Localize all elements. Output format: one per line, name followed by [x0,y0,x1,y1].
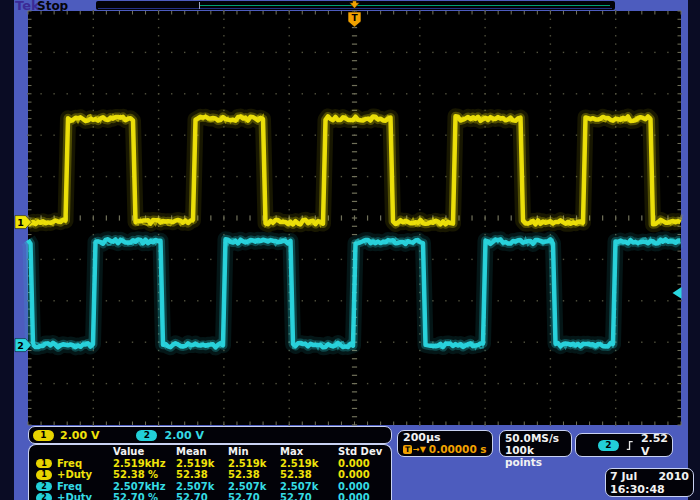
trigger-delay-value: 0.00000 s [429,444,487,455]
rising-edge-icon [626,439,634,452]
col-header-min: Min [228,446,280,458]
measurement-mean: 52.38 [176,469,228,481]
measurement-max: 52.70 [280,492,338,500]
measurement-name: Freq [57,481,113,493]
measurement-min: 52.70 [228,492,280,500]
acquisition-status: Stop [37,0,68,13]
measurement-stddev: 0.000 [338,469,388,481]
year: 2010 [658,470,689,483]
flag-icon: ▼ [420,444,425,455]
measurement-min: 52.38 [228,469,280,481]
measurement-row: 1+Duty52.38 %52.3852.3852.380.000 [29,469,391,481]
record-window-tick [199,2,200,9]
horizontal-settings-box: 200µs T→▼ 0.00000 s [397,430,493,457]
measurement-channel-badge: 2 [36,482,52,492]
measurement-min: 2.519k [228,458,280,470]
measurement-max: 2.519k [280,458,338,470]
measurements-table: Value Mean Min Max Std Dev 1Freq2.519kHz… [28,444,392,500]
record-view-bar [96,1,615,10]
channel-scale-bar: 1 2.00 V 2 2.00 V [28,426,392,444]
trigger-t-icon: T [403,445,412,454]
col-header-mean: Mean [176,446,228,458]
tek-logo: Tek [15,0,40,13]
graticule-area [28,11,681,425]
measurement-channel-badge: 1 [36,470,52,480]
measurement-mean: 2.519k [176,458,228,470]
record-length: 100k points [505,444,571,468]
trigger-readout-box: 2 2.52 V [575,433,673,457]
oscilloscope-screen: Tek Stop 12T 1 2.00 V 2 2.00 V Value Mea… [0,0,700,500]
measurement-max: 2.507k [280,481,338,493]
measurement-rows: 1Freq2.519kHz2.519k2.519k2.519k0.0001+Du… [29,458,391,500]
trigger-level: 2.52 V [641,432,672,458]
measurement-stddev: 0.000 [338,481,388,493]
ch2-scale: 2.00 V [164,429,203,442]
ch1-scale: 2.00 V [60,429,99,442]
measurement-row: 2+Duty52.70 %52.7052.7052.700.000 [29,492,391,500]
measurement-value: 2.519kHz [113,458,176,470]
ch2-badge: 2 [136,430,157,441]
measurement-name: +Duty [57,492,113,500]
col-header-stddev: Std Dev [338,446,388,458]
arrow-icon: → [413,444,419,455]
date: 7 Jul [610,470,637,483]
measurement-name: Freq [57,458,113,470]
measurement-name: +Duty [57,469,113,481]
date-line: 7 Jul 2010 [610,470,689,483]
trigger-source-badge: 2 [598,440,619,451]
measurement-mean: 52.70 [176,492,228,500]
measurement-value: 52.38 % [113,469,176,481]
measurement-value: 2.507kHz [113,481,176,493]
col-header-max: Max [280,446,338,458]
measurement-stddev: 0.000 [338,458,388,470]
measurements-header-row: Value Mean Min Max Std Dev [29,446,391,458]
sample-rate: 50.0MS/s [505,432,571,444]
measurement-channel-badge: 1 [36,459,52,469]
time: 16:30:48 [610,483,689,496]
measurement-min: 2.507k [228,481,280,493]
col-header-value: Value [113,446,176,458]
record-bar-shading [98,8,612,9]
ch1-badge: 1 [33,430,54,441]
measurement-value: 52.70 % [113,492,176,500]
trigger-delay-readout: T→▼ 0.00000 s [403,444,492,455]
measurement-stddev: 0.000 [338,492,388,500]
measurement-max: 52.38 [280,469,338,481]
measurement-row: 2Freq2.507kHz2.507k2.507k2.507k0.000 [29,481,391,493]
datetime-box: 7 Jul 2010 16:30:48 [605,468,694,497]
measurement-mean: 2.507k [176,481,228,493]
measurement-channel-badge: 2 [36,493,52,500]
measurement-row: 1Freq2.519kHz2.519k2.519k2.519k0.000 [29,458,391,470]
acquisition-box: 50.0MS/s 100k points [499,430,572,457]
record-waveform-line [200,5,610,6]
